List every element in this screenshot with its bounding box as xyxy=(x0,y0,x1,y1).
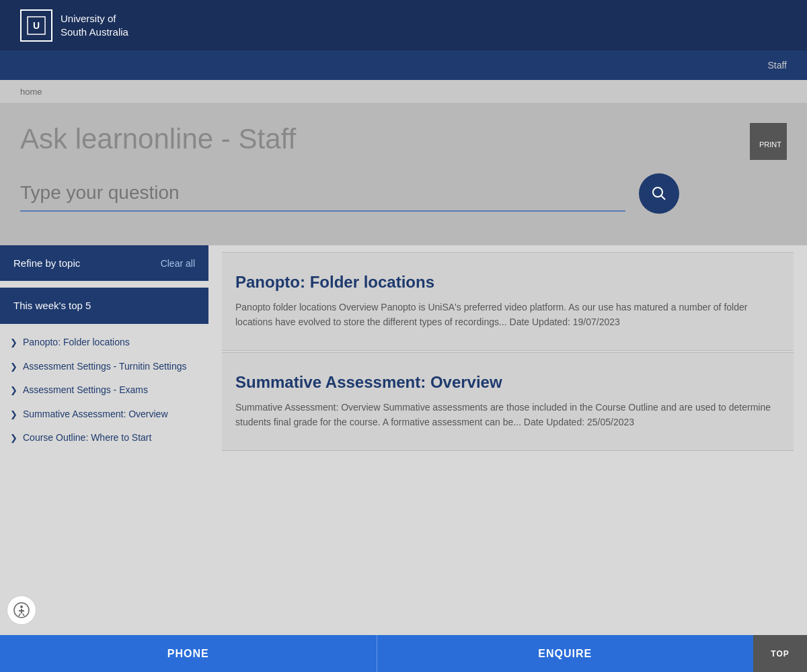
svg-point-5 xyxy=(20,605,23,608)
search-container xyxy=(20,175,625,212)
staff-link[interactable]: Staff xyxy=(767,60,787,71)
breadcrumb: home xyxy=(0,80,807,103)
chevron-right-icon: ❯ xyxy=(10,409,17,419)
svg-point-2 xyxy=(653,187,662,197)
article-title-panopto[interactable]: Panopto: Folder locations xyxy=(235,273,780,292)
chevron-right-icon: ❯ xyxy=(10,337,17,347)
article-card: Panopto: Folder locations Panopto folder… xyxy=(222,252,794,351)
chevron-right-icon: ❯ xyxy=(10,385,17,395)
print-button[interactable]: PRINT xyxy=(750,123,787,160)
refine-header: Refine by topic Clear all xyxy=(0,245,208,281)
main-content: Refine by topic Clear all This week's to… xyxy=(0,245,807,648)
sidebar-list: ❯ Panopto: Folder locations ❯ Assessment… xyxy=(0,324,208,457)
articles-section: Panopto: Folder locations Panopto folder… xyxy=(208,245,807,648)
sidebar-item-exams[interactable]: Assessment Settings - Exams xyxy=(23,384,148,397)
clear-all-button[interactable]: Clear all xyxy=(161,258,195,269)
hero-section: PRINT Ask learnonline - Staff xyxy=(0,103,807,245)
sidebar-item-panopto[interactable]: Panopto: Folder locations xyxy=(23,336,130,349)
sidebar: Refine by topic Clear all This week's to… xyxy=(0,245,208,648)
search-button[interactable] xyxy=(639,173,679,214)
svg-line-3 xyxy=(661,196,665,200)
secondary-nav: Staff xyxy=(0,50,807,80)
list-item: ❯ Assessment Settings - Turnitin Setting… xyxy=(0,355,208,379)
list-item: ❯ Course Outline: Where to Start xyxy=(0,426,208,450)
article-excerpt-summative: Summative Assessment: Overview Summative… xyxy=(235,400,780,430)
sidebar-item-course-outline[interactable]: Course Outline: Where to Start xyxy=(23,431,151,445)
svg-line-9 xyxy=(23,614,24,616)
sidebar-item-summative[interactable]: Summative Assessment: Overview xyxy=(23,408,168,421)
svg-text:U: U xyxy=(33,20,40,31)
search-input[interactable] xyxy=(20,175,625,212)
sidebar-item-turnitin[interactable]: Assessment Settings - Turnitin Settings xyxy=(23,360,187,374)
top5-header: This week's top 5 xyxy=(0,288,208,324)
top-nav: U University of South Australia xyxy=(0,0,807,50)
phone-button[interactable]: PHONE xyxy=(0,635,377,672)
list-item: ❯ Panopto: Folder locations xyxy=(0,331,208,355)
page-title: Ask learnonline - Staff xyxy=(20,123,787,155)
logo-area[interactable]: U University of South Australia xyxy=(20,9,128,42)
list-item: ❯ Assessment Settings - Exams xyxy=(0,378,208,403)
article-excerpt-panopto: Panopto folder locations Overview Panopt… xyxy=(235,300,780,330)
article-card: Summative Assessment: Overview Summative… xyxy=(222,352,794,451)
chevron-right-icon: ❯ xyxy=(10,362,17,372)
refine-by-topic-label: Refine by topic xyxy=(13,257,80,269)
chevron-right-icon: ❯ xyxy=(10,433,17,443)
bottom-bar: PHONE ENQUIRE TOP xyxy=(0,635,807,672)
accessibility-button[interactable] xyxy=(7,595,36,625)
list-item: ❯ Summative Assessment: Overview xyxy=(0,403,208,427)
enquire-button[interactable]: ENQUIRE xyxy=(377,635,754,672)
svg-line-8 xyxy=(19,614,20,616)
university-name: University of South Australia xyxy=(61,12,128,38)
university-logo-icon: U xyxy=(20,9,52,42)
top5-label: This week's top 5 xyxy=(13,300,91,311)
breadcrumb-home[interactable]: home xyxy=(20,87,42,97)
article-title-summative[interactable]: Summative Assessment: Overview xyxy=(235,373,780,392)
top-button[interactable]: TOP xyxy=(753,635,807,672)
